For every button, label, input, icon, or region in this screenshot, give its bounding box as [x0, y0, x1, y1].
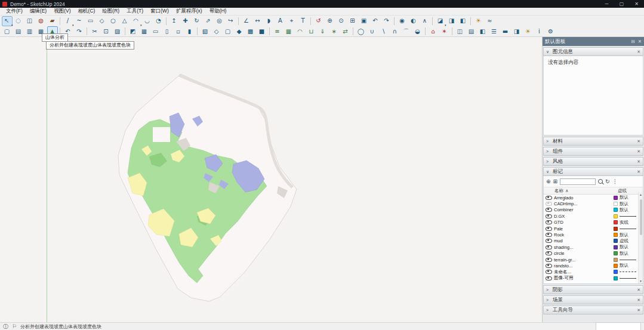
tag-color-swatch[interactable]: [614, 251, 618, 255]
scroll-up-icon[interactable]: ▲: [639, 192, 642, 197]
offset-icon[interactable]: ◎: [214, 16, 225, 26]
tag-row[interactable]: GTD实线: [544, 220, 643, 226]
line-icon[interactable]: /▾: [63, 16, 73, 26]
tape-measure-icon[interactable]: ∠: [241, 16, 252, 26]
close-icon[interactable]: ✕: [637, 169, 640, 174]
menu-item-2[interactable]: 编辑(E): [26, 8, 50, 15]
two-point-arc-icon[interactable]: ◡: [142, 16, 153, 26]
section-plane-icon[interactable]: ◪▾: [435, 16, 446, 26]
tag-row[interactable]: mud虚线: [544, 238, 643, 244]
tag-row[interactable]: Arreglado默认: [544, 195, 643, 201]
menu-item-8[interactable]: 扩展程序(x): [172, 8, 206, 15]
tag-row[interactable]: Rock默认: [544, 232, 643, 238]
shadow-settings-icon[interactable]: ☀: [523, 26, 534, 36]
top-view-icon[interactable]: ▦: [139, 26, 150, 36]
close-icon[interactable]: ✕: [637, 139, 640, 144]
preferences-icon[interactable]: ⚙: [546, 26, 556, 36]
info-icon[interactable]: ⓘ: [3, 323, 8, 330]
tag-color-swatch[interactable]: [614, 208, 618, 212]
iso-view-icon[interactable]: ◩: [128, 26, 138, 36]
visibility-eye-icon[interactable]: [546, 245, 552, 249]
new-icon[interactable]: ▢: [2, 26, 13, 36]
collapsed-top-section-bar-3[interactable]: >风格✕: [543, 157, 643, 166]
panel-close-icon[interactable]: ✕: [638, 39, 642, 44]
visibility-eye-icon[interactable]: [546, 276, 552, 280]
tag-color-swatch[interactable]: [614, 227, 618, 231]
menu-item-9[interactable]: 帮助(H): [206, 8, 230, 15]
extension-warehouse-icon[interactable]: ✶: [439, 26, 450, 36]
tag-color-swatch[interactable]: [614, 239, 618, 243]
visibility-eye-icon[interactable]: [546, 208, 552, 212]
next-view-icon[interactable]: ↷: [381, 16, 392, 26]
stamp-icon[interactable]: ⊔: [306, 26, 317, 36]
visibility-eye-icon[interactable]: [546, 196, 552, 200]
tag-row[interactable]: D.GX: [544, 213, 643, 219]
collapsed-top-section-bar-1[interactable]: >材料✕: [543, 137, 643, 146]
model-info-icon[interactable]: i: [534, 26, 545, 36]
entity-info-section-bar[interactable]: ∨ 图元信息 ✕: [543, 47, 643, 56]
protractor-icon[interactable]: ◗: [264, 16, 275, 26]
add-detail-icon[interactable]: ∗: [329, 26, 340, 36]
solid-trim-icon[interactable]: ∩: [390, 26, 400, 36]
zoom-icon[interactable]: ⊙: [336, 16, 347, 26]
close-icon[interactable]: ✕: [637, 308, 640, 313]
measurements-input[interactable]: [596, 322, 641, 330]
close-button[interactable]: ✕: [629, 0, 644, 8]
scroll-down-icon[interactable]: ▼: [639, 279, 642, 283]
save-icon[interactable]: ▥: [24, 26, 35, 36]
menu-item-1[interactable]: 文件(F): [2, 8, 26, 15]
position-camera-icon[interactable]: ◉: [397, 16, 408, 26]
menu-item-4[interactable]: 相机(C): [75, 8, 99, 15]
add-tag-icon[interactable]: ⊕: [546, 178, 551, 184]
monochrome-mode-icon[interactable]: ■: [257, 26, 267, 36]
collapsed-top-section-bar-2[interactable]: >组件✕: [543, 147, 643, 156]
tag-color-swatch[interactable]: [614, 276, 618, 280]
zoom-extents-icon[interactable]: ▣: [359, 16, 369, 26]
shaded-mode-icon[interactable]: ◆: [234, 26, 245, 36]
collapsed-bottom-section-bar-3[interactable]: >工具向导✕: [543, 306, 643, 314]
visibility-eye-icon[interactable]: [546, 251, 552, 255]
close-icon[interactable]: ✕: [637, 149, 640, 154]
textured-mode-icon[interactable]: ▩: [245, 26, 256, 36]
tag-row[interactable]: 未命名...: [544, 269, 643, 275]
rotate-icon[interactable]: ↻: [192, 16, 202, 26]
close-icon[interactable]: ✕: [637, 298, 640, 303]
walk-icon[interactable]: ∧: [420, 16, 430, 26]
paint-bucket-icon[interactable]: ◍: [36, 16, 47, 26]
tag-row[interactable]: randsto...默认: [544, 263, 643, 269]
tag-color-swatch[interactable]: [614, 264, 618, 268]
tag-color-swatch[interactable]: [614, 196, 618, 200]
pan-icon[interactable]: ⊕: [325, 16, 335, 26]
tag-color-swatch[interactable]: [614, 245, 618, 249]
rotated-rectangle-icon[interactable]: ◇: [97, 16, 107, 26]
visibility-eye-icon[interactable]: [546, 233, 552, 237]
model-viewport[interactable]: [0, 37, 542, 322]
search-icon[interactable]: [598, 179, 603, 184]
from-contours-icon[interactable]: ≡: [272, 26, 283, 36]
panel-pin-icon[interactable]: ⊟: [631, 39, 634, 44]
visibility-eye-icon[interactable]: [546, 264, 552, 268]
redo-icon[interactable]: ↷: [74, 26, 85, 36]
follow-me-icon[interactable]: ↪: [226, 16, 236, 26]
purge-tags-icon[interactable]: ↻: [605, 178, 610, 184]
3d-text-icon[interactable]: T: [298, 16, 309, 26]
section-display-toggle-icon[interactable]: ◨: [446, 16, 457, 26]
freehand-icon[interactable]: ~: [74, 16, 85, 26]
wireframe-mode-icon[interactable]: ◇: [211, 26, 222, 36]
tag-color-swatch[interactable]: [614, 214, 618, 218]
axes-icon[interactable]: ⌖: [286, 16, 297, 26]
visibility-eye-icon[interactable]: [546, 220, 552, 224]
solid-intersect-icon[interactable]: ⌒: [401, 26, 412, 36]
select-icon[interactable]: ↖▾: [2, 16, 13, 26]
close-icon[interactable]: ✕: [637, 159, 640, 164]
close-icon[interactable]: ✕: [637, 50, 640, 54]
look-around-icon[interactable]: ◐: [408, 16, 419, 26]
hidden-line-mode-icon[interactable]: ▢: [223, 26, 233, 36]
tag-row[interactable]: Pale: [544, 226, 643, 232]
dimension-icon[interactable]: ↔: [252, 16, 263, 26]
collapsed-bottom-section-bar-2[interactable]: >场景✕: [543, 295, 643, 304]
geolocation-flag-icon[interactable]: ⚐: [12, 323, 17, 329]
left-view-icon[interactable]: ▮: [184, 26, 195, 36]
shadows-toggle-icon[interactable]: ☀: [473, 16, 484, 26]
rectangle-icon[interactable]: ▭: [85, 16, 96, 26]
